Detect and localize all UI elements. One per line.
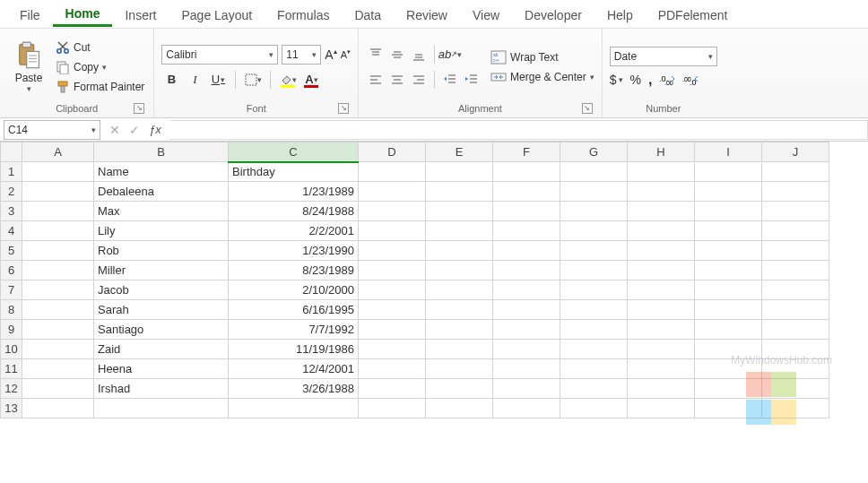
cell-B10[interactable]: Zaid bbox=[94, 340, 229, 359]
cell-H2[interactable] bbox=[628, 182, 695, 202]
cell-D4[interactable] bbox=[359, 221, 426, 241]
tab-file[interactable]: File bbox=[7, 3, 53, 26]
cell-B6[interactable]: Miller bbox=[94, 261, 229, 280]
align-center-button[interactable] bbox=[387, 70, 407, 90]
tab-data[interactable]: Data bbox=[342, 3, 394, 26]
cell-G2[interactable] bbox=[560, 182, 628, 202]
number-format-select[interactable]: Date▾ bbox=[610, 47, 717, 66]
paste-button[interactable]: Paste ▾ bbox=[7, 35, 50, 99]
cell-I9[interactable] bbox=[695, 320, 762, 340]
tab-pdfelement[interactable]: PDFelement bbox=[646, 3, 741, 26]
column-header-I[interactable]: I bbox=[695, 142, 762, 162]
cell-E7[interactable] bbox=[426, 280, 493, 300]
cell-G12[interactable] bbox=[560, 379, 628, 399]
tab-view[interactable]: View bbox=[460, 3, 512, 26]
cell-J3[interactable] bbox=[762, 202, 829, 221]
cell-D13[interactable] bbox=[359, 399, 426, 418]
row-header-2[interactable]: 2 bbox=[1, 182, 22, 202]
cell-I8[interactable] bbox=[695, 300, 762, 320]
cell-F8[interactable] bbox=[493, 300, 560, 320]
cell-B9[interactable]: Santiago bbox=[94, 320, 229, 340]
tab-help[interactable]: Help bbox=[595, 3, 646, 26]
row-header-3[interactable]: 3 bbox=[1, 202, 22, 221]
cell-A2[interactable] bbox=[22, 182, 94, 202]
fill-color-button[interactable]: ▾ bbox=[278, 70, 298, 90]
cell-C10[interactable]: 11/19/1986 bbox=[229, 340, 359, 359]
cell-J11[interactable] bbox=[762, 359, 829, 379]
cell-H10[interactable] bbox=[628, 340, 695, 359]
row-header-7[interactable]: 7 bbox=[1, 280, 22, 300]
cell-D12[interactable] bbox=[359, 379, 426, 399]
cell-J9[interactable] bbox=[762, 320, 829, 340]
cell-F10[interactable] bbox=[493, 340, 560, 359]
border-button[interactable]: ▾ bbox=[243, 70, 263, 90]
cell-G13[interactable] bbox=[560, 399, 628, 418]
cell-A12[interactable] bbox=[22, 379, 94, 399]
cell-C4[interactable]: 2/2/2001 bbox=[229, 221, 359, 241]
font-size-select[interactable]: 11▾ bbox=[282, 45, 321, 65]
cell-G1[interactable] bbox=[560, 162, 628, 182]
cell-D8[interactable] bbox=[359, 300, 426, 320]
cell-E12[interactable] bbox=[426, 379, 493, 399]
decrease-indent-button[interactable] bbox=[440, 70, 460, 90]
row-header-12[interactable]: 12 bbox=[1, 379, 22, 399]
cell-B2[interactable]: Debaleena bbox=[94, 182, 229, 202]
cell-F12[interactable] bbox=[493, 379, 560, 399]
row-header-4[interactable]: 4 bbox=[1, 221, 22, 241]
column-header-F[interactable]: F bbox=[493, 142, 560, 162]
cell-B3[interactable]: Max bbox=[94, 202, 229, 221]
cell-A1[interactable] bbox=[22, 162, 94, 182]
cell-C9[interactable]: 7/7/1992 bbox=[229, 320, 359, 340]
cell-B4[interactable]: Lily bbox=[94, 221, 229, 241]
cell-H13[interactable] bbox=[628, 399, 695, 418]
row-header-9[interactable]: 9 bbox=[1, 320, 22, 340]
cell-A6[interactable] bbox=[22, 261, 94, 280]
align-right-button[interactable] bbox=[409, 70, 429, 90]
decrease-font-button[interactable]: A▾ bbox=[341, 48, 351, 60]
cell-A11[interactable] bbox=[22, 359, 94, 379]
accounting-format-button[interactable]: $▾ bbox=[610, 73, 623, 87]
cell-G7[interactable] bbox=[560, 280, 628, 300]
cell-F9[interactable] bbox=[493, 320, 560, 340]
cell-H1[interactable] bbox=[628, 162, 695, 182]
align-middle-button[interactable] bbox=[387, 45, 407, 65]
cell-H8[interactable] bbox=[628, 300, 695, 320]
column-header-G[interactable]: G bbox=[560, 142, 628, 162]
cell-I12[interactable] bbox=[695, 379, 762, 399]
italic-button[interactable]: I bbox=[185, 70, 204, 90]
select-all-corner[interactable] bbox=[1, 142, 22, 162]
column-header-A[interactable]: A bbox=[22, 142, 94, 162]
increase-indent-button[interactable] bbox=[462, 70, 482, 90]
cell-J7[interactable] bbox=[762, 280, 829, 300]
cell-F2[interactable] bbox=[493, 182, 560, 202]
cell-E13[interactable] bbox=[426, 399, 493, 418]
row-header-10[interactable]: 10 bbox=[1, 340, 22, 359]
cut-button[interactable]: Cut bbox=[54, 39, 146, 56]
cell-F11[interactable] bbox=[493, 359, 560, 379]
cell-H5[interactable] bbox=[628, 241, 695, 261]
cell-G5[interactable] bbox=[560, 241, 628, 261]
cell-C6[interactable]: 8/23/1989 bbox=[229, 261, 359, 280]
cell-D3[interactable] bbox=[359, 202, 426, 221]
align-top-button[interactable] bbox=[366, 45, 386, 65]
name-box[interactable]: C14▾ bbox=[4, 120, 100, 140]
enter-formula-button[interactable]: ✓ bbox=[129, 123, 140, 137]
column-header-H[interactable]: H bbox=[628, 142, 695, 162]
cell-J13[interactable] bbox=[762, 399, 829, 418]
cell-D5[interactable] bbox=[359, 241, 426, 261]
cell-G9[interactable] bbox=[560, 320, 628, 340]
cell-F13[interactable] bbox=[493, 399, 560, 418]
cell-G10[interactable] bbox=[560, 340, 628, 359]
cell-C3[interactable]: 8/24/1988 bbox=[229, 202, 359, 221]
cell-E8[interactable] bbox=[426, 300, 493, 320]
cell-I11[interactable] bbox=[695, 359, 762, 379]
cell-I5[interactable] bbox=[695, 241, 762, 261]
cell-J5[interactable] bbox=[762, 241, 829, 261]
cell-F4[interactable] bbox=[493, 221, 560, 241]
tab-developer[interactable]: Developer bbox=[512, 3, 595, 26]
cell-A9[interactable] bbox=[22, 320, 94, 340]
row-header-13[interactable]: 13 bbox=[1, 399, 22, 418]
cell-B13[interactable] bbox=[94, 399, 229, 418]
cell-C1[interactable]: Birthday bbox=[229, 162, 359, 182]
cell-E4[interactable] bbox=[426, 221, 493, 241]
